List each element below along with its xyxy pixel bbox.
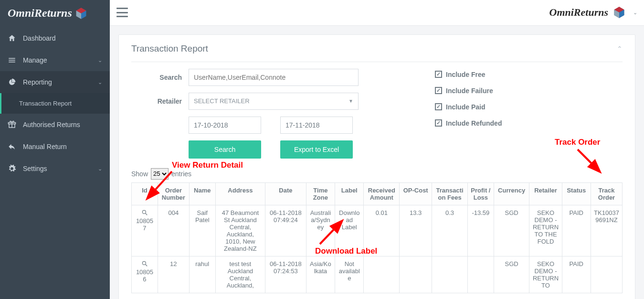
brand-text: OmniReturns [549, 6, 609, 19]
gift-icon [8, 120, 16, 129]
col-retailer[interactable]: Retailer [529, 182, 562, 205]
table-header-row: Id Order Number Name Address Date Time Z… [132, 182, 623, 205]
cell-label: Not available [335, 256, 364, 293]
nav-manual-return[interactable]: Manual Return [0, 136, 110, 158]
logo-cube-icon [75, 7, 87, 20]
include-paid-checkbox[interactable] [435, 103, 442, 110]
pie-chart-icon [8, 78, 16, 86]
include-refunded-label: Include Refunded [446, 119, 502, 127]
entries-control: Show 25 entries [131, 168, 623, 180]
nav-label: Manual Return [23, 143, 67, 150]
gear-icon [8, 164, 16, 173]
topbar: OmniReturns ⌄ [110, 0, 644, 26]
nav-authorised-returns[interactable]: Authorised Returns [0, 114, 110, 136]
cell-label[interactable]: Download Label [335, 205, 364, 256]
col-name[interactable]: Name [189, 182, 215, 205]
table-row: 108057 004 Saif Patel 47 Beaumont St Auc… [132, 205, 623, 256]
export-button[interactable]: Export to Excel [280, 140, 353, 159]
cell-address: test test Auckland Central, Auckland, [215, 256, 265, 293]
cell-received [364, 256, 400, 293]
home-icon [8, 34, 16, 43]
cell-received: 0.01 [364, 205, 400, 256]
cell-id[interactable]: 108056 [132, 256, 158, 293]
reply-icon [8, 142, 16, 151]
cell-track[interactable]: TK100379691NZ [591, 205, 622, 256]
nav-label: Manage [23, 56, 47, 64]
cell-currency: SGD [494, 205, 529, 256]
cell-order: 12 [158, 256, 189, 293]
include-free-checkbox[interactable] [435, 71, 442, 78]
col-order[interactable]: Order Number [158, 182, 189, 205]
nav-manage[interactable]: Manage ⌄ [0, 49, 110, 71]
date-to-input[interactable] [280, 117, 353, 134]
svg-point-8 [142, 210, 146, 214]
hamburger-icon[interactable] [116, 8, 128, 17]
retailer-selected: SELECT RETAILER [194, 97, 250, 105]
report-card: Transaction Report ⌃ Search Retailer [118, 34, 635, 299]
nav-menu: Dashboard Manage ⌄ Reporting ⌄ Transacti… [0, 27, 110, 180]
cell-opcost [400, 256, 432, 293]
col-status[interactable]: Status [562, 182, 591, 205]
cell-tfees: 0.3 [432, 205, 468, 256]
cell-tz: Asia/Kolkata [306, 256, 335, 293]
search-button[interactable]: Search [189, 140, 261, 159]
nav-label: Dashboard [23, 34, 56, 42]
include-refunded-checkbox[interactable] [435, 119, 442, 127]
col-id[interactable]: Id [132, 182, 158, 205]
retailer-label: Retailer [131, 97, 189, 105]
collapse-icon[interactable]: ⌃ [617, 45, 623, 53]
cell-currency: SGD [494, 256, 529, 293]
nav-label: Settings [23, 165, 47, 172]
cell-name: Saif Patel [189, 205, 215, 256]
col-date[interactable]: Date [265, 182, 306, 205]
cell-opcost: 13.3 [400, 205, 432, 256]
col-pl[interactable]: Profit / Loss [467, 182, 494, 205]
cell-track[interactable] [591, 256, 622, 293]
cell-status: PAID [562, 205, 591, 256]
svg-line-9 [146, 213, 148, 215]
col-received[interactable]: Received Amount [364, 182, 400, 205]
include-failure-checkbox[interactable] [435, 87, 442, 94]
nav-settings[interactable]: Settings ⌄ [0, 158, 110, 180]
cell-retailer: SEKO DEMO - RETURN TO [529, 256, 562, 293]
cell-name: rahul [189, 256, 215, 293]
col-label[interactable]: Label [335, 182, 364, 205]
chevron-down-icon: ⌄ [98, 166, 102, 172]
page-title: Transaction Report [131, 43, 208, 54]
topbar-brand: OmniReturns ⌄ [549, 6, 638, 19]
content: Transaction Report ⌃ Search Retailer [110, 26, 644, 299]
cell-tz: Australia/Sydney [306, 205, 335, 256]
nav-reporting[interactable]: Reporting ⌄ [0, 71, 110, 93]
show-suffix: entries [171, 170, 191, 178]
col-opcost[interactable]: OP-Cost [400, 182, 432, 205]
svg-point-10 [142, 261, 146, 265]
include-free-label: Include Free [446, 71, 485, 78]
card-header: Transaction Report ⌃ [131, 43, 623, 62]
col-track[interactable]: Track Order [591, 182, 622, 205]
caret-down-icon: ▼ [348, 98, 353, 104]
nav-transaction-report[interactable]: Transaction Report [0, 93, 110, 114]
cell-address: 47 Beaumont St Auckland Central, Aucklan… [215, 205, 265, 256]
search-icon [141, 260, 148, 267]
chevron-down-icon: ⌄ [98, 57, 102, 64]
search-input[interactable] [189, 69, 359, 86]
cell-id[interactable]: 108057 [132, 205, 158, 256]
retailer-select[interactable]: SELECT RETAILER ▼ [189, 93, 359, 110]
col-address[interactable]: Address [215, 182, 265, 205]
table-row: 108056 12 rahul test test Auckland Centr… [132, 256, 623, 293]
nav-label: Authorised Returns [23, 121, 80, 128]
report-table: Id Order Number Name Address Date Time Z… [131, 182, 623, 293]
cell-pl [467, 256, 494, 293]
cell-order: 004 [158, 205, 189, 256]
cell-date: 06-11-2018 07:24:53 [265, 256, 306, 293]
nav-dashboard[interactable]: Dashboard [0, 27, 110, 49]
user-menu-caret-icon[interactable]: ⌄ [633, 10, 637, 16]
sidebar: OmniReturns Dashboard Manage ⌄ Reporting… [0, 0, 110, 299]
col-currency[interactable]: Currency [494, 182, 529, 205]
col-timezone[interactable]: Time Zone [306, 182, 335, 205]
col-tfees[interactable]: Transaction Fees [432, 182, 468, 205]
entries-select[interactable]: 25 [151, 168, 169, 180]
chevron-down-icon: ⌄ [98, 79, 102, 85]
date-from-input[interactable] [189, 117, 261, 134]
main-area: OmniReturns ⌄ Transaction Report ⌃ Searc… [110, 0, 644, 299]
